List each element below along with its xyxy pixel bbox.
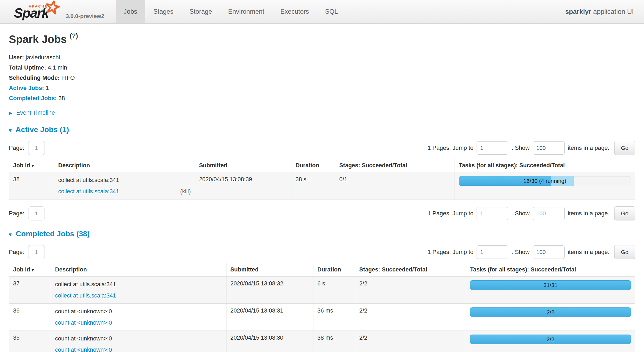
kill-job-link[interactable]: (kill) [180, 187, 191, 195]
description-cell: collect at utils.scala:341 collect at ut… [51, 277, 226, 304]
go-button[interactable]: Go [614, 245, 635, 259]
submitted-cell: 2020/04/15 13:08:30 [226, 331, 313, 352]
job-description-link[interactable]: collect at utils.scala:341 [55, 292, 116, 300]
submitted-cell: 2020/04/15 13:08:31 [226, 304, 313, 331]
jump-to-page-input[interactable] [477, 207, 508, 220]
column-header-tasks[interactable]: Tasks (for all stages): Succeeded/Total [466, 263, 635, 277]
tab-jobs[interactable]: Jobs [116, 0, 145, 23]
column-header-job-id[interactable]: Job Id▾ [9, 263, 51, 277]
info-scheduling-value: FIFO [61, 74, 75, 81]
pagination-completed-top: Page: 1 1 Pages. Jump to . Show items in… [9, 245, 635, 259]
column-header-submitted[interactable]: Submitted [226, 263, 313, 277]
help-tooltip[interactable]: (?) [70, 32, 78, 39]
sort-desc-icon: ▾ [32, 268, 34, 272]
tasks-progress-bar: 2/2 [470, 307, 631, 317]
sort-desc-icon: ▾ [32, 164, 34, 168]
job-id-cell: 36 [9, 304, 51, 331]
column-header-submitted[interactable]: Submitted [195, 159, 291, 172]
jump-to-page-input[interactable] [477, 141, 508, 155]
completed-job-row-37: 37 collect at utils.scala:341 collect at… [9, 277, 635, 304]
application-name-rest: application UI [591, 8, 634, 15]
completed-table-header-row: Job Id▾ Description Submitted Duration S… [9, 263, 635, 277]
progress-label: 2/2 [470, 335, 631, 344]
info-user-value: javierluraschi [25, 54, 60, 61]
active-table-header-row: Job Id▾ Description Submitted Duration S… [9, 159, 635, 172]
job-id-cell: 35 [9, 331, 51, 352]
page-label: Page: [9, 144, 24, 151]
page-title: Spark Jobs (?) [9, 32, 635, 45]
active-jobs-link[interactable]: Active Jobs: [9, 85, 44, 91]
tab-executors[interactable]: Executors [272, 0, 317, 23]
tab-sql[interactable]: SQL [317, 0, 346, 23]
info-completed-jobs: Completed Jobs: 38 [9, 93, 635, 103]
event-timeline-toggle[interactable]: ▶ Event Timeline [9, 109, 635, 116]
tasks-progress-bar: 16/30 (4 running) [459, 176, 631, 186]
info-scheduling-label: Scheduling Mode: [9, 74, 60, 81]
items-per-page-input[interactable] [533, 245, 565, 259]
help-question-icon: ? [72, 32, 76, 39]
summary-info: User: javierluraschi Total Uptime: 4.1 m… [9, 52, 635, 103]
spark-star-icon [44, 0, 61, 16]
show-text: . Show [511, 210, 529, 217]
tab-storage[interactable]: Storage [181, 0, 220, 23]
pagination-active-top: Page: 1 1 Pages. Jump to . Show items in… [9, 141, 635, 155]
info-user-label: User: [9, 54, 24, 61]
completed-jobs-section-title: Completed Jobs (38) [16, 230, 90, 238]
active-jobs-section-header[interactable]: ▾ Active Jobs (1) [9, 125, 635, 134]
completed-jobs-section-header[interactable]: ▾ Completed Jobs (38) [9, 230, 635, 238]
pages-count-text: 1 Pages. Jump to [427, 144, 473, 151]
info-user: User: javierluraschi [9, 52, 635, 63]
page-label: Page: [9, 210, 24, 217]
column-header-description[interactable]: Description [51, 263, 226, 277]
job-id-cell: 38 [9, 172, 54, 199]
active-jobs-section-title: Active Jobs (1) [16, 125, 69, 134]
completed-jobs-table: Job Id▾ Description Submitted Duration S… [9, 263, 635, 352]
application-name: sparklyr application UI [565, 8, 634, 16]
completed-jobs-link[interactable]: Completed Jobs: [9, 95, 57, 101]
items-per-page-input[interactable] [533, 207, 565, 220]
column-header-duration[interactable]: Duration [313, 263, 355, 277]
show-text: . Show [511, 144, 529, 151]
info-active-jobs: Active Jobs: 1 [9, 83, 635, 93]
column-header-duration[interactable]: Duration [291, 159, 335, 172]
expanded-arrow-icon: ▾ [9, 231, 12, 237]
tab-stages[interactable]: Stages [145, 0, 181, 23]
job-description-link[interactable]: count at <unknown>:0 [55, 346, 112, 352]
tasks-progress-bar: 31/31 [470, 280, 631, 290]
job-description-link[interactable]: count at <unknown>:0 [55, 319, 112, 327]
column-header-tasks[interactable]: Tasks (for all stages): Succeeded/Total [455, 159, 635, 172]
description-cell: count at <unknown>:0 count at <unknown>:… [51, 304, 226, 331]
description-cell: collect at utils.scala:341 collect at ut… [54, 172, 195, 199]
tab-environment[interactable]: Environment [220, 0, 272, 23]
items-per-page-input[interactable] [533, 141, 565, 155]
job-description-link[interactable]: collect at utils.scala:341 [58, 187, 119, 195]
job-id-cell: 37 [9, 277, 51, 304]
column-header-job-id[interactable]: Job Id▾ [9, 159, 54, 172]
job-description-text: collect at utils.scala:341 [58, 176, 191, 184]
completed-job-row-35: 35 count at <unknown>:0 count at <unknow… [9, 331, 635, 352]
completed-jobs-count: 38 [58, 95, 65, 101]
column-header-description[interactable]: Description [54, 159, 195, 172]
job-description-text: collect at utils.scala:341 [55, 280, 222, 288]
duration-cell: 36 ms [313, 304, 355, 331]
submitted-cell: 2020/04/15 13:08:39 [195, 172, 291, 199]
stages-cell: 2/2 [355, 304, 466, 331]
current-page-button[interactable]: 1 [28, 141, 45, 155]
active-jobs-table: Job Id▾ Description Submitted Duration S… [9, 159, 635, 199]
current-page-button[interactable]: 1 [28, 206, 45, 220]
duration-cell: 38 s [291, 172, 335, 199]
pages-count-text: 1 Pages. Jump to [427, 249, 473, 256]
column-header-stages[interactable]: Stages: Succeeded/Total [335, 159, 455, 172]
tasks-cell: 16/30 (4 running) [455, 172, 635, 199]
go-button[interactable]: Go [614, 141, 635, 155]
job-description-text: count at <unknown>:0 [55, 335, 222, 343]
tasks-cell: 31/31 [466, 277, 635, 304]
jump-to-page-input[interactable] [477, 245, 508, 259]
go-button[interactable]: Go [614, 206, 635, 220]
items-in-page-text: items in a page. [568, 144, 609, 151]
column-header-stages[interactable]: Stages: Succeeded/Total [355, 263, 466, 277]
job-description-text: count at <unknown>:0 [55, 307, 222, 315]
current-page-button[interactable]: 1 [28, 245, 45, 259]
active-jobs-count: 1 [46, 85, 49, 91]
expanded-arrow-icon: ▾ [9, 127, 12, 133]
